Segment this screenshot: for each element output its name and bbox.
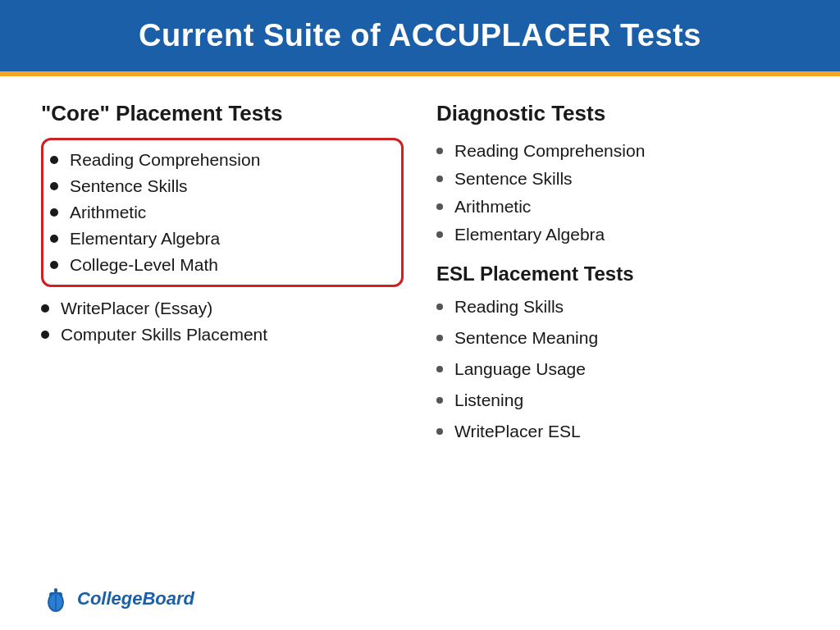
footer: CollegeBoard (0, 576, 840, 630)
bullet-icon (436, 304, 443, 310)
acorn-icon (41, 584, 71, 614)
bullet-icon (436, 231, 443, 238)
collegeboard-logo: CollegeBoard (41, 584, 194, 614)
list-item: Reading Comprehension (50, 147, 388, 173)
list-item: Reading Skills (436, 294, 799, 320)
esl-item-2: Sentence Meaning (454, 328, 598, 348)
diag-item-1: Reading Comprehension (454, 141, 645, 161)
list-item: Sentence Skills (436, 166, 799, 192)
bullet-icon (436, 428, 443, 435)
esl-section-title: ESL Placement Tests (436, 262, 799, 285)
core-item-4: Elementary Algebra (70, 229, 220, 249)
bullet-icon (50, 208, 58, 217)
header-title: Current Suite of ACCUPLACER Tests (139, 18, 701, 53)
esl-item-5: WritePlacer ESL (454, 422, 581, 441)
core-section-title: "Core" Placement Tests (41, 101, 404, 126)
list-item: Reading Comprehension (436, 138, 799, 164)
diagnostic-list: Reading Comprehension Sentence Skills Ar… (436, 138, 799, 248)
list-item: Sentence Skills (50, 173, 388, 199)
list-item: Elementary Algebra (436, 221, 799, 248)
bullet-icon (50, 182, 58, 190)
list-item: Arithmetic (50, 199, 388, 226)
core-item-5: College-Level Math (70, 255, 218, 275)
logo-text: CollegeBoard (77, 588, 194, 609)
esl-item-3: Language Usage (454, 359, 586, 379)
left-column: "Core" Placement Tests Reading Comprehen… (41, 101, 404, 559)
list-item: Language Usage (436, 356, 799, 382)
core-item-3: Arithmetic (70, 203, 146, 222)
core-item-1: Reading Comprehension (70, 150, 260, 170)
diag-item-2: Sentence Skills (454, 169, 573, 189)
bullet-icon (41, 331, 49, 339)
esl-item-4: Listening (454, 390, 523, 410)
extra-item-2: Computer Skills Placement (61, 325, 267, 345)
diagnostic-section-title: Diagnostic Tests (436, 101, 799, 126)
svg-rect-2 (54, 588, 57, 593)
list-item: Elementary Algebra (50, 226, 388, 252)
list-item: WritePlacer ESL (436, 418, 799, 445)
list-item: College-Level Math (50, 252, 388, 278)
bullet-icon (50, 235, 58, 243)
esl-item-1: Reading Skills (454, 297, 564, 317)
extra-item-1: WritePlacer (Essay) (61, 299, 212, 318)
bullet-icon (50, 261, 58, 269)
bullet-icon (436, 335, 443, 341)
core-item-2: Sentence Skills (70, 176, 188, 196)
bullet-icon (50, 156, 58, 164)
esl-list: Reading Skills Sentence Meaning Language… (436, 294, 799, 445)
main-content: "Core" Placement Tests Reading Comprehen… (0, 76, 840, 576)
list-item: WritePlacer (Essay) (41, 295, 404, 322)
diag-item-4: Elementary Algebra (454, 225, 605, 244)
header-bar: Current Suite of ACCUPLACER Tests (0, 0, 840, 71)
bullet-icon (436, 397, 443, 404)
bullet-icon (436, 148, 443, 154)
bullet-icon (436, 176, 443, 182)
slide: Current Suite of ACCUPLACER Tests "Core"… (0, 0, 840, 630)
list-item: Listening (436, 387, 799, 413)
bullet-icon (436, 203, 443, 210)
bullet-icon (436, 366, 443, 372)
list-item: Sentence Meaning (436, 325, 799, 351)
boxed-core-items: Reading Comprehension Sentence Skills Ar… (41, 138, 404, 287)
list-item: Computer Skills Placement (41, 322, 404, 348)
diag-item-3: Arithmetic (454, 197, 531, 217)
list-item: Arithmetic (436, 194, 799, 220)
right-column: Diagnostic Tests Reading Comprehension S… (436, 101, 799, 559)
bullet-icon (41, 304, 49, 313)
